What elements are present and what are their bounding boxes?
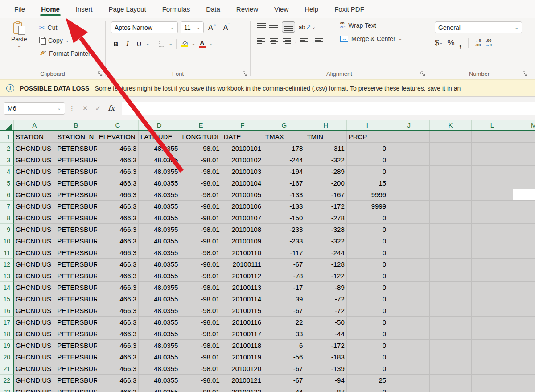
cell-I6[interactable]: 9999 xyxy=(347,189,388,201)
cell-F16[interactable]: 20100115 xyxy=(222,305,263,317)
cell-H6[interactable]: -167 xyxy=(305,189,346,201)
font-name-combobox[interactable]: Aptos Narrow ⌄ xyxy=(111,21,178,33)
cell-F5[interactable]: 20100104 xyxy=(222,177,263,189)
cell-E22[interactable]: -98.01 xyxy=(180,375,222,386)
cell-L10[interactable] xyxy=(472,235,513,247)
cell-I12[interactable]: 0 xyxy=(347,259,388,270)
cell-F9[interactable]: 20100108 xyxy=(222,224,263,235)
cell-G10[interactable]: -233 xyxy=(263,235,305,247)
cell-B10[interactable]: PETERSBUR xyxy=(55,235,97,247)
cell-L8[interactable] xyxy=(472,212,513,224)
col-header-I[interactable]: I xyxy=(347,120,388,130)
cell-B16[interactable]: PETERSBUR xyxy=(55,305,97,317)
cell-F8[interactable]: 20100107 xyxy=(222,212,263,224)
cell-D4[interactable]: 48.0355 xyxy=(139,166,180,177)
cell-K8[interactable] xyxy=(430,212,471,224)
cell-K22[interactable] xyxy=(430,375,471,386)
cell-B4[interactable]: PETERSBUR xyxy=(55,166,97,177)
cell-G6[interactable]: -133 xyxy=(263,189,305,201)
cell-J3[interactable] xyxy=(388,154,430,166)
bottom-align-button[interactable] xyxy=(282,21,295,33)
cell-K4[interactable] xyxy=(430,166,471,177)
cell-H13[interactable]: -122 xyxy=(305,270,346,282)
cell-H1[interactable]: TMIN xyxy=(305,131,346,143)
cell-M21[interactable] xyxy=(513,363,535,375)
cell-K16[interactable] xyxy=(430,305,471,317)
cell-I19[interactable]: 0 xyxy=(347,340,388,351)
menu-tab-page-layout[interactable]: Page Layout xyxy=(102,1,152,17)
cell-H21[interactable]: -139 xyxy=(305,363,346,375)
cell-G1[interactable]: TMAX xyxy=(263,131,305,143)
cell-J21[interactable] xyxy=(388,363,430,375)
cell-C15[interactable]: 466.3 xyxy=(97,293,139,305)
cell-J12[interactable] xyxy=(388,259,430,270)
cell-L19[interactable] xyxy=(472,340,513,351)
cell-D7[interactable]: 48.0355 xyxy=(139,201,180,212)
cell-I9[interactable]: 0 xyxy=(347,224,388,235)
cell-G8[interactable]: -150 xyxy=(263,212,305,224)
cell-I14[interactable]: 0 xyxy=(347,282,388,293)
align-center-button[interactable] xyxy=(269,38,278,45)
menu-tab-data[interactable]: Data xyxy=(200,1,226,17)
cell-D20[interactable]: 48.0355 xyxy=(139,351,180,363)
cell-L1[interactable] xyxy=(472,131,513,143)
cell-B23[interactable]: PETERSBUR xyxy=(55,386,97,392)
cell-H19[interactable]: -172 xyxy=(305,340,346,351)
cell-F7[interactable]: 20100106 xyxy=(222,201,263,212)
merge-center-button[interactable]: ↔ Merge & Center ⌄ xyxy=(340,35,402,42)
cell-I5[interactable]: 15 xyxy=(347,177,388,189)
cell-A2[interactable]: GHCND:US xyxy=(14,143,55,154)
col-header-M[interactable]: M xyxy=(513,120,535,130)
cell-H14[interactable]: -89 xyxy=(305,282,346,293)
cell-A20[interactable]: GHCND:US xyxy=(14,351,55,363)
cell-I8[interactable]: 0 xyxy=(347,212,388,224)
cell-I2[interactable]: 0 xyxy=(347,143,388,154)
cell-K23[interactable] xyxy=(430,386,471,392)
row-header-19[interactable]: 19 xyxy=(0,340,14,351)
cell-I4[interactable]: 0 xyxy=(347,166,388,177)
cell-H10[interactable]: -322 xyxy=(305,235,346,247)
cell-E10[interactable]: -98.01 xyxy=(180,235,222,247)
cell-E1[interactable]: LONGITUDI xyxy=(180,131,222,143)
cell-K15[interactable] xyxy=(430,293,471,305)
alignment-dialog-launcher-icon[interactable] xyxy=(420,71,425,76)
cell-L9[interactable] xyxy=(472,224,513,235)
cell-J17[interactable] xyxy=(388,317,430,328)
cell-I3[interactable]: 0 xyxy=(347,154,388,166)
cell-M13[interactable] xyxy=(513,270,535,282)
cell-J20[interactable] xyxy=(388,351,430,363)
cell-C7[interactable]: 466.3 xyxy=(97,201,139,212)
row-header-11[interactable]: 11 xyxy=(0,247,14,259)
col-header-H[interactable]: H xyxy=(305,120,346,130)
cell-F11[interactable]: 20100110 xyxy=(222,247,263,259)
cell-M15[interactable] xyxy=(513,293,535,305)
cell-J4[interactable] xyxy=(388,166,430,177)
decrease-decimal-button[interactable]: .00→0 xyxy=(486,38,492,48)
font-color-button[interactable]: A xyxy=(197,39,207,49)
cell-E4[interactable]: -98.01 xyxy=(180,166,222,177)
cell-I11[interactable]: 0 xyxy=(347,247,388,259)
col-header-B[interactable]: B xyxy=(55,120,97,130)
cell-D11[interactable]: 48.0355 xyxy=(139,247,180,259)
orientation-button[interactable]: ab ↗ ⌄ xyxy=(299,24,316,30)
col-header-A[interactable]: A xyxy=(14,120,55,130)
cell-H8[interactable]: -278 xyxy=(305,212,346,224)
cell-J22[interactable] xyxy=(388,375,430,386)
cell-K7[interactable] xyxy=(430,201,471,212)
align-right-button[interactable] xyxy=(282,38,291,45)
cell-E18[interactable]: -98.01 xyxy=(180,328,222,340)
cell-A19[interactable]: GHCND:US xyxy=(14,340,55,351)
cell-I21[interactable]: 0 xyxy=(347,363,388,375)
cell-A6[interactable]: GHCND:US xyxy=(14,189,55,201)
cell-F10[interactable]: 20100109 xyxy=(222,235,263,247)
row-header-20[interactable]: 20 xyxy=(0,351,14,363)
menu-tab-help[interactable]: Help xyxy=(298,1,325,17)
cell-C5[interactable]: 466.3 xyxy=(97,177,139,189)
cell-F17[interactable]: 20100116 xyxy=(222,317,263,328)
chevron-down-icon[interactable]: ⌄ xyxy=(169,41,172,46)
cell-G4[interactable]: -194 xyxy=(263,166,305,177)
chevron-down-icon[interactable]: ⌄ xyxy=(146,41,149,46)
cell-M9[interactable] xyxy=(513,224,535,235)
cell-D8[interactable]: 48.0355 xyxy=(139,212,180,224)
comma-format-button[interactable]: , xyxy=(459,40,462,45)
